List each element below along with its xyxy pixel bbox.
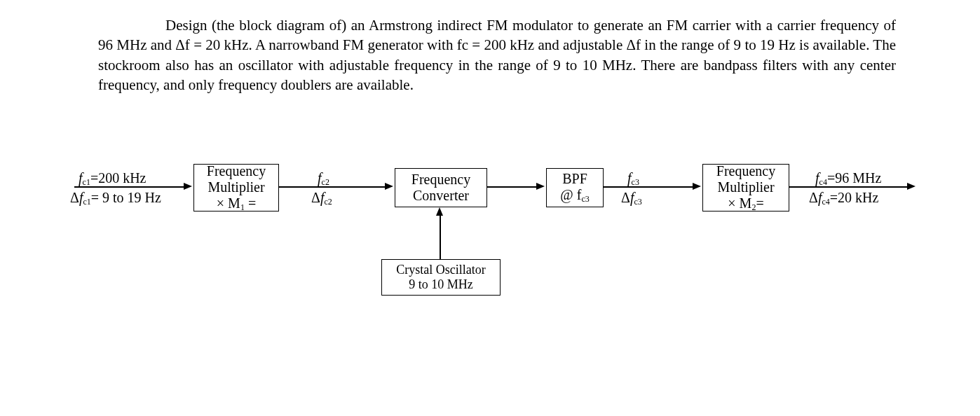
problem-statement: Design (the block diagram of) an Armstro…: [98, 15, 896, 95]
mult2-l1: Frequency: [716, 163, 775, 179]
sig3-fc: fc3: [627, 171, 639, 187]
bandpass-filter: BPF @ fc3: [546, 168, 604, 207]
block-diagram: fc1=200 kHz Δfc1= 9 to 19 Hz Frequency M…: [70, 161, 925, 315]
osc-l1: Crystal Oscillator: [396, 263, 485, 277]
bpf-l2: @ fc3: [560, 187, 589, 204]
sig1-df: Δfc1= 9 to 19 Hz: [70, 190, 161, 205]
mult2-l2: Multiplier: [717, 179, 774, 195]
conv-l1: Frequency: [411, 172, 470, 188]
mult1-l2: Multiplier: [207, 179, 264, 195]
bpf-l1: BPF: [562, 171, 587, 187]
sig4-fc: fc4=96 MHz: [815, 171, 881, 187]
mult2-l3: × M2=: [728, 195, 763, 213]
frequency-converter: Frequency Converter: [395, 168, 487, 207]
sig2-fc: fc2: [318, 171, 329, 187]
sig3-df: Δfc3: [621, 190, 642, 207]
osc-l2: 9 to 10 MHz: [409, 277, 473, 292]
sig2-df: Δfc2: [311, 190, 332, 207]
conv-l2: Converter: [413, 188, 469, 204]
crystal-oscillator: Crystal Oscillator 9 to 10 MHz: [381, 259, 501, 296]
mult1-l3: × M1 =: [217, 195, 256, 213]
sig1-fc: fc1=200 kHz: [79, 170, 147, 186]
freq-multiplier-1: Frequency Multiplier × M1 =: [193, 164, 279, 212]
freq-multiplier-2: Frequency Multiplier × M2=: [702, 164, 789, 212]
mult1-l1: Frequency: [207, 163, 266, 179]
sig4-df: Δfc4=20 kHz: [809, 190, 878, 207]
